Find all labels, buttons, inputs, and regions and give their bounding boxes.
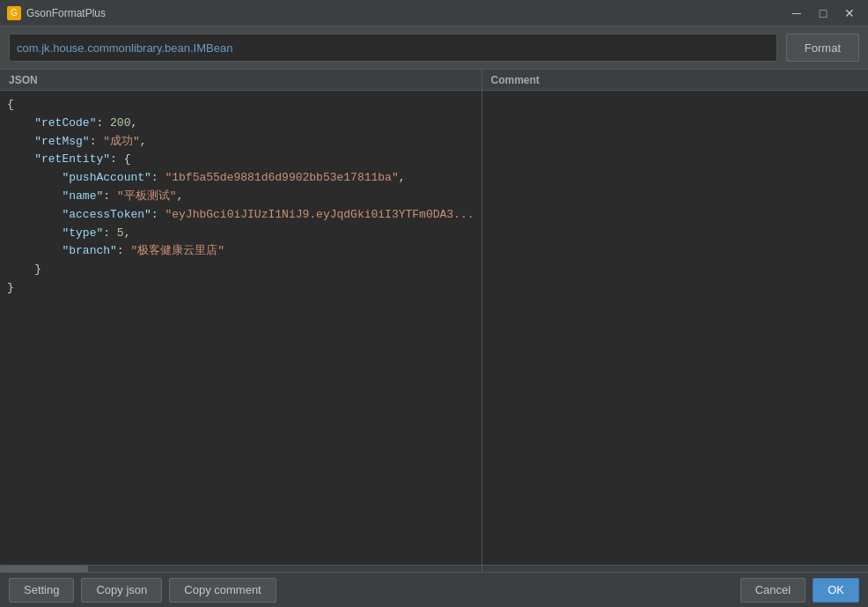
comment-panel: Comment [482,70,868,572]
main-area: JSON { "retCode": 200, "retMsg": "成功", "… [0,69,868,572]
json-panel-content[interactable]: { "retCode": 200, "retMsg": "成功", "retEn… [0,91,482,565]
title-bar-left: G GsonFormatPlus [7,6,106,20]
close-button[interactable]: ✕ [838,4,861,22]
comment-scrollbar[interactable] [482,565,868,572]
window-controls: ─ □ ✕ [785,4,861,22]
title-bar: G GsonFormatPlus ─ □ ✕ [0,0,868,26]
bottom-bar: Setting Copy json Copy comment Cancel OK [0,572,868,607]
json-panel-header: JSON [0,70,482,91]
json-scrollbar[interactable] [0,565,482,572]
maximize-button[interactable]: □ [812,4,835,22]
json-scrollbar-thumb[interactable] [0,566,88,573]
ok-button[interactable]: OK [813,578,859,603]
copy-json-button[interactable]: Copy json [81,578,162,603]
json-panel: JSON { "retCode": 200, "retMsg": "成功", "… [0,70,482,572]
comment-panel-content[interactable] [482,91,868,565]
format-button[interactable]: Format [786,33,859,62]
minimize-button[interactable]: ─ [785,4,808,22]
window-title: GsonFormatPlus [26,7,106,19]
bottom-left-buttons: Setting Copy json Copy comment [9,578,276,603]
cancel-button[interactable]: Cancel [740,578,805,603]
copy-comment-button[interactable]: Copy comment [169,578,276,603]
app-icon: G [7,6,21,20]
setting-button[interactable]: Setting [9,578,74,603]
comment-panel-header: Comment [482,70,868,91]
json-content: { "retCode": 200, "retMsg": "成功", "retEn… [7,96,474,298]
class-name-input[interactable] [9,33,777,62]
bottom-right-buttons: Cancel OK [740,578,859,603]
top-bar: Format [0,26,868,69]
